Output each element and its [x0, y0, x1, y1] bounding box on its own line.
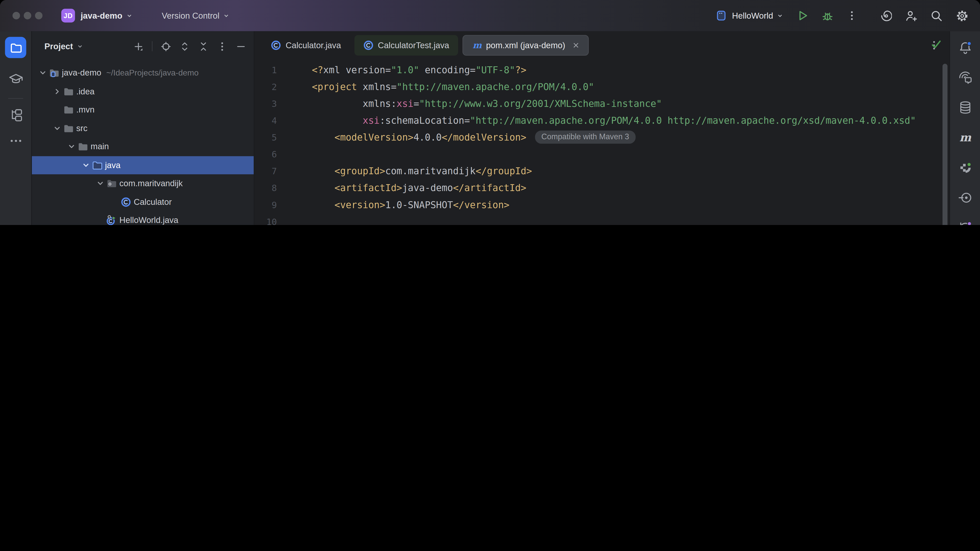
code-text: <version>1.0-SNAPSHOT</version> [312, 197, 950, 213]
inspections-ok-icon[interactable] [931, 40, 941, 49]
tree-item-main[interactable]: main [32, 138, 254, 156]
project-panel-title[interactable]: Project [45, 41, 73, 51]
collapse-all-button[interactable] [198, 41, 209, 52]
tree-item-label: src [76, 124, 88, 133]
chevron-down-icon [776, 12, 784, 19]
folder-source-icon [92, 160, 105, 170]
editor-tab-bar: Calculator.javaCalculatorTest.javampom.x… [255, 31, 950, 59]
close-tab-icon[interactable] [572, 41, 580, 49]
run-button[interactable] [796, 10, 809, 22]
editor-vscrollbar[interactable] [942, 64, 948, 225]
tree-item-src[interactable]: src [32, 119, 254, 138]
project-tool-button[interactable] [5, 37, 26, 58]
code-text: <project xmlns="http://maven.apache.org/… [312, 79, 950, 96]
package-checker-tool-button[interactable] [957, 160, 973, 176]
new-item-button[interactable] [133, 41, 144, 52]
chevron-down-icon[interactable] [37, 68, 49, 78]
code-text [312, 214, 950, 225]
code-line-5[interactable]: 5 <modelVersion>4.0.0</modelVersion>Comp… [255, 129, 950, 146]
chevron-down-icon[interactable] [80, 160, 92, 170]
line-number: 10 [255, 214, 312, 225]
window-controls[interactable] [0, 12, 43, 19]
run-configuration-selector[interactable]: HelloWorld [716, 10, 784, 21]
code-with-me-icon[interactable] [904, 9, 918, 22]
chevron-down-icon [126, 12, 133, 19]
tree-item-.mvn[interactable]: .mvn [32, 100, 254, 119]
package-icon [106, 178, 119, 189]
more-actions-menu[interactable] [846, 10, 858, 21]
project-path: ~/IdeaProjects/java-demo [106, 68, 199, 78]
inlay-hint[interactable]: Compatible with Maven 3 [535, 130, 635, 144]
tree-item-HelloWorld.java[interactable]: HelloWorld.java [32, 211, 254, 225]
tree-item-Calculator[interactable]: Calculator [32, 193, 254, 211]
close-window-button[interactable] [13, 12, 20, 19]
maven-tool-button[interactable]: m [957, 130, 973, 145]
recent-history-tool-button[interactable] [957, 220, 973, 225]
notifications-bell-icon[interactable] [957, 40, 973, 56]
stripe-divider [8, 98, 23, 98]
tree-item-java[interactable]: java [32, 156, 254, 174]
chevron-down-icon [223, 12, 230, 19]
tree-item-java-demo[interactable]: java-demo~/IdeaProjects/java-demo [32, 64, 254, 82]
learn-tool-button[interactable] [8, 71, 24, 87]
tree-item-.idea[interactable]: .idea [32, 82, 254, 100]
project-panel-header: Project [32, 31, 254, 61]
select-opened-file-button[interactable] [161, 41, 171, 52]
chevron-right-icon[interactable] [51, 87, 63, 96]
editor-tab-Calculator.java[interactable]: Calculator.java [262, 35, 350, 56]
class-icon [270, 40, 281, 51]
settings-gear-icon[interactable] [956, 9, 969, 22]
database-tool-button[interactable] [957, 100, 973, 116]
ai-assistant-tool-button[interactable] [957, 70, 973, 86]
zoom-window-button[interactable] [35, 12, 42, 19]
code-line-2[interactable]: 2<project xmlns="http://maven.apache.org… [255, 79, 950, 96]
line-number: 9 [255, 197, 312, 213]
code-line-6[interactable]: 6 [255, 146, 950, 163]
structure-tool-button[interactable] [8, 107, 24, 123]
hide-panel-button[interactable] [235, 41, 246, 52]
tree-item-label: .mvn [76, 105, 95, 114]
code-line-3[interactable]: 3 xmlns:xsi="http://www.w3.org/2001/XMLS… [255, 96, 950, 113]
code-line-10[interactable]: 10 [255, 214, 950, 225]
tree-item-label: main [91, 142, 109, 151]
project-tree: java-demo~/IdeaProjects/java-demo.idea.m… [32, 64, 254, 225]
tab-label: CalculatorTest.java [378, 40, 449, 50]
class-runnable-icon [106, 215, 119, 225]
chevron-down-icon[interactable] [51, 124, 63, 133]
chevron-down-icon[interactable] [94, 179, 107, 188]
folder-icon [63, 105, 76, 115]
line-number: 2 [255, 79, 312, 96]
title-bar: JD java-demo Version Control HelloWorld [0, 0, 980, 31]
tree-item-label: java-demo [62, 68, 101, 78]
ai-assistant-icon[interactable] [879, 9, 892, 22]
editor-tab-CalculatorTest.java[interactable]: CalculatorTest.java [354, 35, 458, 56]
project-avatar[interactable]: JD [61, 9, 75, 22]
expand-all-button[interactable] [180, 41, 190, 52]
folder-icon [63, 123, 76, 134]
code-text: <modelVersion>4.0.0</modelVersion>Compat… [312, 129, 950, 146]
line-number: 5 [255, 129, 312, 146]
tree-item-com.maritvandijk[interactable]: com.maritvandijk [32, 174, 254, 192]
code-text [312, 146, 950, 163]
code-line-4[interactable]: 4 xsi:schemaLocation="http://maven.apach… [255, 113, 950, 129]
code-text: <?xml version="1.0" encoding="UTF-8"?> [312, 62, 950, 79]
panel-options-menu[interactable] [217, 41, 228, 52]
more-tool-windows-button[interactable] [8, 133, 24, 149]
vcs-menu[interactable]: Version Control [162, 11, 220, 21]
code-line-1[interactable]: 1<?xml version="1.0" encoding="UTF-8"?> [255, 62, 950, 79]
line-number: 1 [255, 62, 312, 79]
class-icon [363, 40, 374, 51]
code-line-9[interactable]: 9 <version>1.0-SNAPSHOT</version> [255, 197, 950, 213]
maven-icon: m [471, 40, 482, 51]
tree-item-label: .idea [76, 87, 95, 96]
code-line-7[interactable]: 7 <groupId>com.maritvandijk</groupId> [255, 163, 950, 180]
search-everywhere-icon[interactable] [930, 9, 943, 22]
endpoints-tool-button[interactable] [957, 190, 973, 205]
code-editor[interactable]: 1<?xml version="1.0" encoding="UTF-8"?>2… [255, 59, 950, 225]
code-line-8[interactable]: 8 <artifactId>java-demo</artifactId> [255, 180, 950, 197]
debug-button[interactable] [821, 10, 834, 22]
chevron-down-icon[interactable] [65, 142, 78, 151]
project-name-menu[interactable]: java-demo [81, 11, 123, 21]
editor-tab-pom.xml (java-demo)[interactable]: mpom.xml (java-demo) [462, 35, 589, 56]
minimize-window-button[interactable] [24, 12, 31, 19]
